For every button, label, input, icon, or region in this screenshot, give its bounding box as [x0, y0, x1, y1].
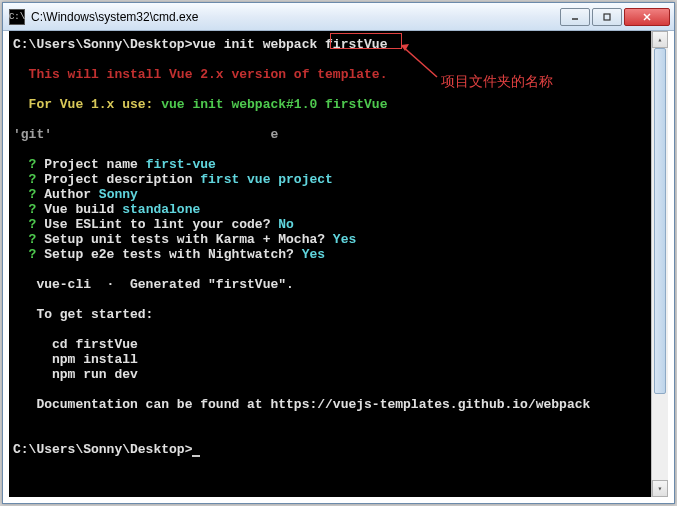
- get-started-label: To get started:: [13, 307, 153, 322]
- q7-value: Yes: [302, 247, 325, 262]
- scroll-up-button[interactable]: ▴: [652, 31, 668, 48]
- scroll-down-button[interactable]: ▾: [652, 480, 668, 497]
- q1-label: Project name: [36, 157, 145, 172]
- question-mark-icon: ?: [13, 157, 36, 172]
- step-cd: cd firstVue: [13, 337, 138, 352]
- window-title: C:\Windows\system32\cmd.exe: [31, 10, 560, 24]
- maximize-button[interactable]: [592, 8, 622, 26]
- generated-line: vue-cli · Generated "firstVue".: [13, 277, 294, 292]
- question-mark-icon: ?: [13, 217, 36, 232]
- minimize-button[interactable]: [560, 8, 590, 26]
- titlebar[interactable]: C:\ C:\Windows\system32\cmd.exe: [3, 3, 674, 31]
- docs-line: Documentation can be found at https://vu…: [13, 397, 590, 412]
- q4-value: standalone: [122, 202, 200, 217]
- prompt-path-2: C:\Users\Sonny\Desktop>: [13, 442, 192, 457]
- prompt-command: vue init webpack firstVue: [192, 37, 387, 52]
- question-mark-icon: ?: [13, 187, 36, 202]
- step-dev: npm run dev: [13, 367, 138, 382]
- window-controls: [560, 8, 670, 26]
- q1-value: first-vue: [146, 157, 216, 172]
- q4-label: Vue build: [36, 202, 122, 217]
- close-button[interactable]: [624, 8, 670, 26]
- install-warning: This will install Vue 2.x version of tem…: [13, 67, 387, 82]
- q5-value: No: [278, 217, 294, 232]
- svg-rect-1: [604, 14, 610, 20]
- cursor-icon: [192, 455, 200, 457]
- step-install: npm install: [13, 352, 138, 367]
- git-char: е: [270, 127, 278, 142]
- q2-value: first vue project: [200, 172, 333, 187]
- q6-label: Setup unit tests with Karma + Mocha?: [36, 232, 332, 247]
- question-mark-icon: ?: [13, 202, 36, 217]
- git-line: 'git': [13, 127, 52, 142]
- scroll-thumb[interactable]: [654, 48, 666, 394]
- question-mark-icon: ?: [13, 172, 36, 187]
- terminal-output[interactable]: C:\Users\Sonny\Desktop>vue init webpack …: [9, 31, 668, 497]
- prompt-path: C:\Users\Sonny\Desktop>: [13, 37, 192, 52]
- vue1-prefix: For Vue 1.x use:: [13, 97, 161, 112]
- cmd-window: C:\ C:\Windows\system32\cmd.exe C:\Users…: [2, 2, 675, 504]
- vue1-command: vue init webpack#1.0 firstVue: [161, 97, 387, 112]
- scroll-track[interactable]: [652, 48, 668, 480]
- q6-value: Yes: [333, 232, 356, 247]
- q5-label: Use ESLint to lint your code?: [36, 217, 278, 232]
- q7-label: Setup e2e tests with Nightwatch?: [36, 247, 301, 262]
- q2-label: Project description: [36, 172, 200, 187]
- cmd-icon: C:\: [9, 9, 25, 25]
- q3-label: Author: [36, 187, 98, 202]
- vertical-scrollbar[interactable]: ▴ ▾: [651, 31, 668, 497]
- question-mark-icon: ?: [13, 232, 36, 247]
- q3-value: Sonny: [99, 187, 138, 202]
- question-mark-icon: ?: [13, 247, 36, 262]
